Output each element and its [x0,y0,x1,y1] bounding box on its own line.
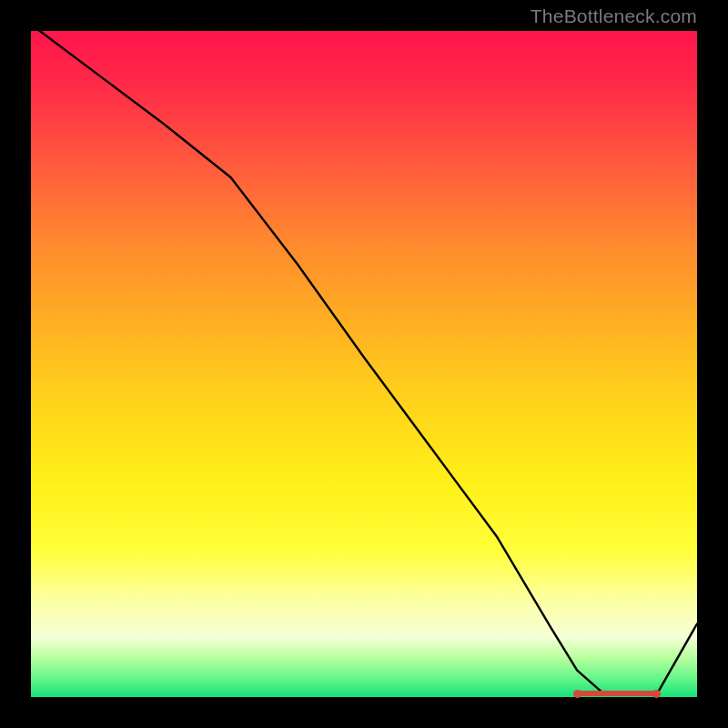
chart-plot-area [31,31,697,697]
watermark-text: TheBottleneck.com [531,5,697,27]
curve-path [31,25,697,694]
optimum-flat-marker [577,691,657,696]
bottleneck-curve [31,31,697,697]
